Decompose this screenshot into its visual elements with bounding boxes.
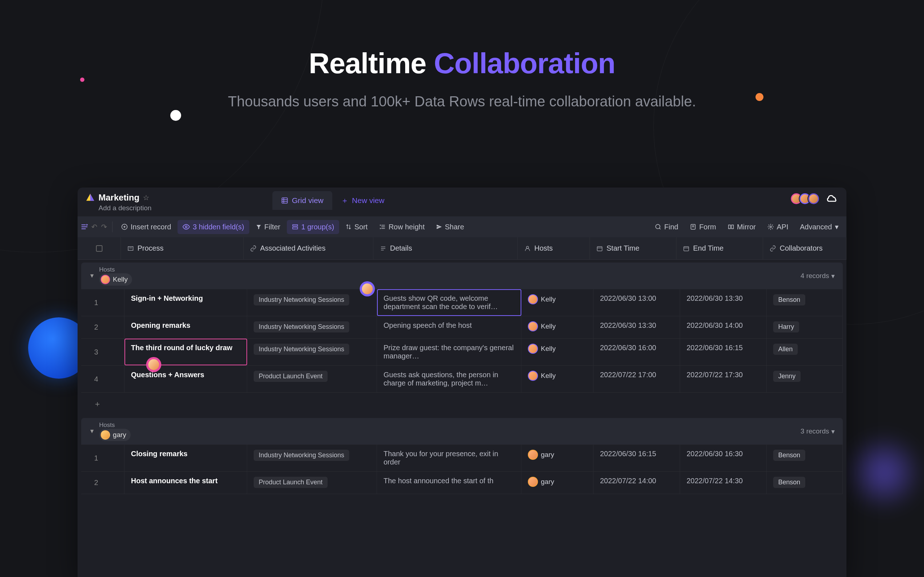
collaborator-avatars[interactable] — [794, 193, 820, 205]
col-details[interactable]: Details — [373, 237, 518, 259]
groups-button[interactable]: 1 group(s) — [287, 220, 339, 234]
col-hosts[interactable]: Hosts — [518, 237, 590, 259]
cell-host[interactable]: Kelly — [521, 316, 593, 338]
cell-process[interactable]: Closing remarks — [124, 445, 247, 471]
chevron-down-icon: ▾ — [835, 222, 838, 231]
cell-host[interactable]: Kelly — [521, 338, 593, 365]
cell-activity[interactable]: Industry Networking Sessions — [247, 445, 377, 471]
toolbar-label: 3 hidden field(s) — [193, 223, 244, 231]
cell-host[interactable]: gary — [521, 445, 593, 471]
cell-collab[interactable]: Jenny — [767, 366, 843, 392]
table-row[interactable]: 1 Closing remarks Industry Networking Se… — [81, 445, 843, 472]
cell-process[interactable]: Host announces the start — [124, 472, 247, 494]
table-row[interactable]: 2 Opening remarks Industry Networking Se… — [81, 316, 843, 338]
col-start-time[interactable]: Start Time — [590, 237, 677, 259]
cell-host[interactable]: Kelly — [521, 366, 593, 392]
advanced-button[interactable]: Advanced ▾ — [795, 220, 843, 234]
cell-start[interactable]: 2022/06/30 13:00 — [593, 289, 680, 316]
avatar-icon — [528, 450, 538, 460]
tag: Benson — [773, 294, 805, 305]
table-row[interactable]: 2 Host announces the start Product Launc… — [81, 472, 843, 494]
find-button[interactable]: Find — [650, 220, 683, 234]
avatar-icon — [528, 477, 538, 487]
cell-collab[interactable]: Benson — [767, 472, 843, 494]
cell-activity[interactable]: Product Launch Event — [247, 472, 377, 494]
col-activities[interactable]: Associated Activities — [244, 237, 373, 259]
undo-icon[interactable]: ↶ — [91, 222, 97, 231]
app-header: Marketing ☆ Grid view ＋ New view — [78, 187, 846, 203]
row-number: 4 — [81, 366, 124, 392]
cell-end[interactable]: 2022/07/22 14:30 — [680, 472, 767, 494]
group-count[interactable]: 4 records▾ — [801, 272, 835, 280]
col-label: Collaborators — [780, 244, 822, 253]
cell-activity[interactable]: Industry Networking Sessions — [247, 338, 377, 365]
cell-details[interactable]: Prize draw guest: the company's general … — [377, 338, 521, 365]
row-height-button[interactable]: Row height — [374, 220, 430, 234]
cell-start[interactable]: 2022/06/30 16:15 — [593, 445, 680, 471]
cell-details[interactable]: Guests ask questions, the person in char… — [377, 366, 521, 392]
cell-details[interactable]: Guests show QR code, welcome department … — [377, 289, 521, 316]
cell-process[interactable]: The third round of lucky draw — [124, 338, 247, 365]
cell-details[interactable]: The host announced the start of th — [377, 472, 521, 494]
avatar[interactable] — [808, 193, 820, 205]
cell-details[interactable]: Opening speech of the host — [377, 316, 521, 338]
cell-start[interactable]: 2022/06/30 16:00 — [593, 338, 680, 365]
col-end-time[interactable]: End Time — [677, 237, 763, 259]
form-button[interactable]: Form — [685, 220, 721, 234]
cell-host[interactable]: gary — [521, 472, 593, 494]
app-description[interactable]: Add a description — [78, 203, 846, 216]
app-window: Marketing ☆ Grid view ＋ New view Add a d… — [78, 187, 846, 577]
group-header[interactable]: ▼ Hosts gary 3 records▾ — [81, 418, 843, 445]
cell-collab[interactable]: Harry — [767, 316, 843, 338]
cell-start[interactable]: 2022/06/30 13:30 — [593, 316, 680, 338]
group-count[interactable]: 3 records▾ — [801, 427, 835, 436]
col-label: Associated Activities — [260, 244, 325, 253]
cell-activity[interactable]: Industry Networking Sessions — [247, 289, 377, 316]
cell-details[interactable]: Thank you for your presence, exit in ord… — [377, 445, 521, 471]
cell-collab[interactable]: Benson — [767, 289, 843, 316]
cell-process[interactable]: Opening remarks — [124, 316, 247, 338]
cell-collab[interactable]: Allen — [767, 338, 843, 365]
cell-end[interactable]: 2022/06/30 16:15 — [680, 338, 767, 365]
cell-end[interactable]: 2022/06/30 13:30 — [680, 289, 767, 316]
col-label: Start Time — [606, 244, 639, 253]
host-name: gary — [541, 478, 554, 486]
cell-start[interactable]: 2022/07/22 14:00 — [593, 472, 680, 494]
table-row[interactable]: 1 Sign-in + Networking Industry Networki… — [81, 289, 843, 316]
tab-grid-view[interactable]: Grid view — [272, 191, 332, 210]
mirror-icon — [728, 224, 734, 230]
cell-process[interactable]: Questions + Answers — [124, 366, 247, 392]
collapse-icon[interactable]: ▼ — [89, 272, 95, 279]
cell-collab[interactable]: Benson — [767, 445, 843, 471]
hidden-fields-button[interactable]: 3 hidden field(s) — [178, 220, 249, 234]
cell-end[interactable]: 2022/06/30 16:30 — [680, 445, 767, 471]
api-button[interactable]: API — [762, 220, 793, 234]
filter-button[interactable]: Filter — [251, 220, 285, 234]
cloud-sync-icon[interactable] — [826, 194, 838, 203]
star-icon[interactable]: ☆ — [143, 193, 149, 202]
redo-icon[interactable]: ↷ — [101, 222, 107, 231]
group-header[interactable]: ▼ Hosts Kelly 4 records▾ — [81, 263, 843, 289]
expand-icon[interactable] — [81, 223, 89, 231]
col-checkbox[interactable] — [78, 237, 121, 259]
tab-new-view[interactable]: ＋ New view — [332, 190, 393, 211]
cell-activity[interactable]: Product Launch Event — [247, 366, 377, 392]
cell-process[interactable]: Sign-in + Networking — [124, 289, 247, 316]
collapse-icon[interactable]: ▼ — [89, 428, 95, 435]
col-collaborators[interactable]: Collaborators — [763, 237, 846, 259]
checkbox-icon[interactable] — [96, 245, 102, 252]
sort-button[interactable]: Sort — [341, 220, 373, 234]
cell-end[interactable]: 2022/06/30 14:00 — [680, 316, 767, 338]
col-process[interactable]: Process — [121, 237, 244, 259]
table-row[interactable]: 4 Questions + Answers Product Launch Eve… — [81, 366, 843, 393]
col-label: Hosts — [534, 244, 553, 253]
cell-activity[interactable]: Industry Networking Sessions — [247, 316, 377, 338]
insert-record-button[interactable]: Insert record — [116, 220, 176, 234]
cell-host[interactable]: Kelly — [521, 289, 593, 316]
table-row[interactable]: 3 The third round of lucky draw Industry… — [81, 338, 843, 366]
mirror-button[interactable]: Mirror — [723, 220, 761, 234]
cell-end[interactable]: 2022/07/22 17:30 — [680, 366, 767, 392]
share-button[interactable]: Share — [431, 220, 469, 234]
add-row-button[interactable]: ＋ — [81, 393, 843, 415]
cell-start[interactable]: 2022/07/22 17:00 — [593, 366, 680, 392]
